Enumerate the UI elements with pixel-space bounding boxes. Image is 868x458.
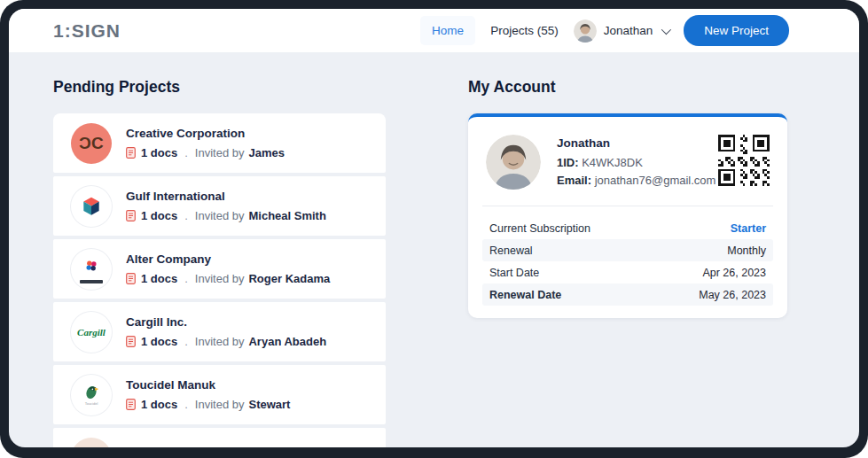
document-icon (126, 147, 136, 159)
table-row: Renewal Monthly (482, 239, 773, 261)
document-icon (126, 210, 136, 221)
window-frame: 1:SIGN Home Projects (55) Jonathan New P… (0, 0, 868, 458)
project-row[interactable]: CC Creative Corporation 1 docs . Invited… (53, 113, 386, 173)
gulf-international-logo (71, 186, 112, 227)
ankona-logo (71, 438, 112, 448)
document-icon (126, 336, 136, 347)
invited-by-label: Invited by (195, 335, 245, 348)
docs-count: 1 docs (141, 146, 177, 159)
project-row[interactable]: Toucidel Toucidel Manuk 1 docs . Invited… (53, 365, 386, 424)
main-nav: Home Projects (55) Jonathan New Project (420, 15, 789, 46)
document-icon (126, 273, 136, 284)
table-row: Start Date Apr 26, 2023 (482, 261, 773, 283)
inviter-name: James (248, 146, 284, 159)
invited-by-label: Invited by (195, 398, 245, 411)
nav-projects[interactable]: Projects (55) (490, 24, 559, 37)
separator: . (184, 272, 188, 285)
separator: . (184, 146, 188, 159)
app-header: 1:SIGN Home Projects (55) Jonathan New P… (9, 9, 859, 52)
invited-by-label: Invited by (195, 209, 245, 222)
my-account-title: My Account (468, 76, 787, 97)
user-name: Jonathan (604, 24, 653, 37)
document-icon (126, 399, 136, 410)
subscription-table: Current Subscription Starter Renewal Mon… (482, 217, 773, 306)
profile-email: Email: jonathan76@gmail.com (557, 174, 718, 187)
docs-count: 1 docs (141, 398, 177, 411)
invited-by-label: Invited by (195, 272, 245, 285)
inviter-name: Roger Kadama (248, 272, 330, 285)
cargill-logo: Cargill (71, 312, 112, 353)
separator: . (184, 335, 188, 348)
company-name: Alter Company (126, 252, 330, 266)
subscription-plan-value[interactable]: Starter (731, 222, 766, 235)
main-content: Pending Projects CC Creative Corporation (9, 52, 859, 447)
profile-summary: Jonathan 1ID: K4WKJ8DK Email: jonathan76… (482, 135, 773, 191)
inviter-name: Aryan Abadeh (248, 335, 326, 348)
inviter-name: Stewart (248, 398, 290, 411)
my-account-section: My Account Jonathan 1ID: K4WKJ8DK (468, 76, 787, 447)
profile-name: Jonathan (557, 136, 718, 150)
table-row: Current Subscription Starter (482, 217, 773, 239)
table-row: Renewal Date May 26, 2023 (482, 283, 773, 306)
docs-count: 1 docs (141, 209, 177, 222)
separator: . (184, 398, 188, 411)
user-menu[interactable]: Jonathan (574, 19, 669, 43)
project-row[interactable]: Alter Company 1 docs . Invited by Roger … (53, 239, 386, 299)
nav-home[interactable]: Home (420, 16, 475, 45)
project-row[interactable]: Ankona Industries (53, 428, 386, 447)
project-row[interactable]: Cargill Cargill Inc. 1 docs . Invited by (53, 302, 386, 361)
profile-photo (486, 135, 541, 190)
qr-code (718, 135, 770, 186)
company-name: Toucidel Manuk (126, 378, 290, 392)
separator: . (184, 209, 188, 222)
user-avatar (574, 19, 597, 43)
company-name: Gulf International (126, 190, 326, 203)
pending-projects-section: Pending Projects CC Creative Corporation (53, 76, 386, 447)
pending-projects-title: Pending Projects (53, 76, 386, 97)
alter-company-logo (71, 249, 112, 290)
toucidel-logo: Toucidel (71, 375, 112, 415)
chevron-down-icon (661, 24, 671, 34)
docs-count: 1 docs (141, 335, 177, 348)
new-project-button[interactable]: New Project (684, 15, 789, 46)
project-row[interactable]: Gulf International 1 docs . Invited by M… (53, 176, 386, 236)
invited-by-label: Invited by (195, 146, 245, 159)
app-screen: 1:SIGN Home Projects (55) Jonathan New P… (9, 9, 859, 447)
profile-id: 1ID: K4WKJ8DK (557, 156, 718, 169)
card-divider (482, 206, 773, 206)
company-name: Creative Corporation (126, 127, 285, 140)
docs-count: 1 docs (141, 272, 177, 285)
creative-corporation-logo: CC (71, 123, 112, 164)
app-logo: 1:SIGN (53, 20, 121, 42)
inviter-name: Micheal Smith (248, 209, 325, 222)
company-name: Cargill Inc. (126, 315, 326, 329)
account-card: Jonathan 1ID: K4WKJ8DK Email: jonathan76… (468, 113, 787, 318)
pending-projects-list: CC Creative Corporation 1 docs . Invited… (53, 113, 386, 447)
